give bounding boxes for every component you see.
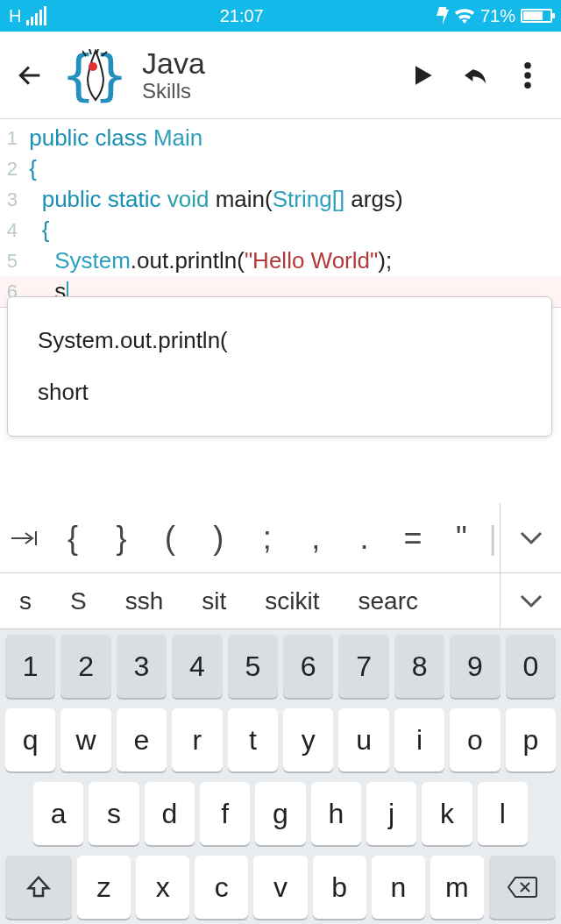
soft-keyboard: 1 2 3 4 5 6 7 8 9 0 q w e r t y u i o p … [0,629,561,924]
key-g[interactable]: g [255,782,305,845]
app-title: Java [142,48,205,80]
wifi-icon [454,8,475,24]
status-right: 71% [437,6,552,26]
key-4[interactable]: 4 [172,635,222,698]
key-e[interactable]: e [117,708,167,771]
suggestion[interactable]: sit [182,587,245,615]
app-header: { } Java Skills [0,32,561,119]
network-type: H [9,6,21,26]
sym-equals[interactable]: = [388,520,437,557]
shift-key[interactable] [5,856,72,919]
chevron-down-icon [518,530,544,547]
key-q[interactable]: q [5,708,55,771]
key-row-numbers: 1 2 3 4 5 6 7 8 9 0 [0,629,561,703]
key-3[interactable]: 3 [117,635,167,698]
code-line: 4 { [0,215,561,245]
key-row-2: a s d f g h j k l [0,777,561,850]
key-l[interactable]: l [478,782,528,845]
key-u[interactable]: u [338,708,388,771]
symbol-toolbar-collapse[interactable] [500,503,561,572]
key-b[interactable]: b [313,856,366,919]
tab-icon [10,528,39,549]
key-7[interactable]: 7 [338,635,388,698]
sym-semicolon[interactable]: ; [243,520,291,557]
key-k[interactable]: k [422,782,472,845]
sym-comma[interactable]: , [291,520,339,557]
key-i[interactable]: i [394,708,444,771]
svg-point-2 [524,72,531,79]
sym-open-brace[interactable]: { [48,520,96,557]
signal-bars-icon [26,6,46,25]
key-m[interactable]: m [430,856,484,919]
key-x[interactable]: x [136,856,189,919]
key-9[interactable]: 9 [450,635,500,698]
app-subtitle: Skills [142,80,205,102]
svg-point-1 [524,62,531,69]
undo-icon [459,61,491,89]
key-v[interactable]: v [253,856,307,919]
app-logo: { } [58,44,131,107]
autocomplete-popup: System.out.println( short [7,296,552,437]
code-line: 2 { [0,153,561,184]
svg-point-3 [524,82,531,89]
more-vertical-icon [523,62,532,89]
play-icon [408,61,437,89]
key-y[interactable]: y [283,708,333,771]
key-6[interactable]: 6 [283,635,333,698]
toolbar-divider: | [486,520,500,557]
suggestion-collapse[interactable] [500,573,561,629]
key-t[interactable]: t [228,708,278,771]
status-bar: H 21:07 71% [0,0,561,32]
sym-open-paren[interactable]: ( [146,520,194,557]
key-j[interactable]: j [366,782,416,845]
status-left: H [9,6,46,26]
suggestion[interactable]: ssh [106,587,183,615]
autocomplete-item[interactable]: short [8,366,551,418]
back-button[interactable] [12,58,47,93]
status-time: 21:07 [220,6,264,26]
key-8[interactable]: 8 [394,635,444,698]
code-editor[interactable]: 1 public class Main 2 { 3 public static … [0,119,561,308]
key-o[interactable]: o [450,708,500,771]
sym-dot[interactable]: . [340,520,388,557]
suggestion[interactable]: searc [339,587,501,615]
key-5[interactable]: 5 [228,635,278,698]
key-row-1: q w e r t y u i o p [0,703,561,777]
key-p[interactable]: p [506,708,556,771]
arrow-left-icon [15,60,45,90]
key-a[interactable]: a [33,782,83,845]
key-w[interactable]: w [60,708,110,771]
duke-mascot-icon [82,49,109,102]
key-r[interactable]: r [172,708,222,771]
key-n[interactable]: n [372,856,425,919]
suggestion-bar: s S ssh sit scikit searc [0,573,561,629]
undo-button[interactable] [454,54,496,96]
suggestion[interactable]: S [51,587,106,615]
backspace-key[interactable] [489,856,556,919]
key-c[interactable]: c [195,856,248,919]
key-d[interactable]: d [145,782,195,845]
run-button[interactable] [401,54,444,96]
sym-close-brace[interactable]: } [97,520,146,557]
tab-key[interactable] [0,520,48,557]
key-h[interactable]: h [311,782,361,845]
key-0[interactable]: 0 [506,635,556,698]
code-line: 1 public class Main [0,123,561,153]
sym-quote[interactable]: " [437,520,486,557]
menu-button[interactable] [507,54,549,96]
suggestion[interactable]: s [0,587,51,615]
autocomplete-item[interactable]: System.out.println( [8,315,551,366]
backspace-icon [507,876,538,899]
shift-icon [25,874,52,900]
key-2[interactable]: 2 [60,635,110,698]
battery-icon [521,9,552,23]
battery-pct: 71% [480,6,515,26]
keyboard-area: { } ( ) ; , . = " | s S ssh sit scikit s… [0,503,561,924]
key-1[interactable]: 1 [5,635,55,698]
key-f[interactable]: f [200,782,250,845]
key-s[interactable]: s [89,782,138,845]
key-z[interactable]: z [77,856,131,919]
sym-close-paren[interactable]: ) [195,520,243,557]
code-line: 3 public static void main(String[] args) [0,184,561,215]
suggestion[interactable]: scikit [245,587,338,615]
